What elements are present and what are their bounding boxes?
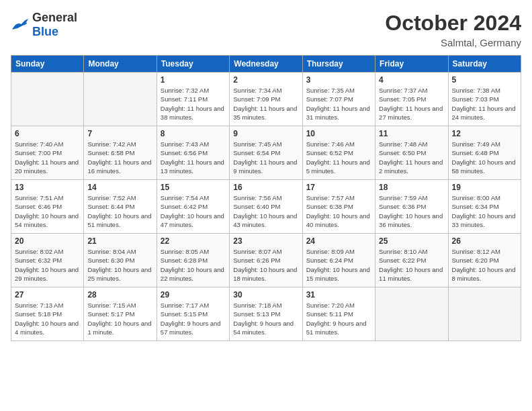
day-cell: 21Sunrise: 8:04 AMSunset: 6:30 PMDayligh… <box>84 234 157 287</box>
day-info: Sunrise: 7:51 AMSunset: 6:46 PMDaylight:… <box>15 193 80 229</box>
logo-text: General Blue <box>32 11 77 39</box>
day-info: Sunrise: 7:57 AMSunset: 6:38 PMDaylight:… <box>306 193 371 229</box>
day-number: 29 <box>161 290 226 300</box>
weekday-header-row: SundayMondayTuesdayWednesdayThursdayFrid… <box>11 56 521 73</box>
weekday-header-friday: Friday <box>375 56 448 73</box>
day-number: 18 <box>379 183 444 192</box>
day-cell: 17Sunrise: 7:57 AMSunset: 6:38 PMDayligh… <box>302 180 375 234</box>
day-cell: 19Sunrise: 8:00 AMSunset: 6:34 PMDayligh… <box>448 180 521 234</box>
day-cell: 2Sunrise: 7:34 AMSunset: 7:09 PMDaylight… <box>230 73 302 126</box>
day-cell: 26Sunrise: 8:12 AMSunset: 6:20 PMDayligh… <box>448 234 521 287</box>
weekday-header-saturday: Saturday <box>448 56 521 73</box>
day-cell: 16Sunrise: 7:56 AMSunset: 6:40 PMDayligh… <box>230 180 302 234</box>
day-cell <box>448 287 521 341</box>
week-row-2: 6Sunrise: 7:40 AMSunset: 7:00 PMDaylight… <box>11 126 521 180</box>
day-number: 3 <box>306 75 371 85</box>
day-info: Sunrise: 7:17 AMSunset: 5:15 PMDaylight:… <box>161 301 226 336</box>
day-number: 20 <box>15 236 80 246</box>
day-info: Sunrise: 7:49 AMSunset: 6:48 PMDaylight:… <box>452 140 517 175</box>
day-cell: 14Sunrise: 7:52 AMSunset: 6:44 PMDayligh… <box>84 180 157 234</box>
day-info: Sunrise: 7:59 AMSunset: 6:36 PMDaylight:… <box>379 193 444 229</box>
day-info: Sunrise: 7:43 AMSunset: 6:56 PMDaylight:… <box>161 140 226 175</box>
day-number: 26 <box>452 236 517 246</box>
day-cell: 29Sunrise: 7:17 AMSunset: 5:15 PMDayligh… <box>157 287 229 341</box>
day-info: Sunrise: 7:37 AMSunset: 7:05 PMDaylight:… <box>379 86 444 122</box>
day-number: 31 <box>306 290 371 300</box>
day-info: Sunrise: 7:52 AMSunset: 6:44 PMDaylight:… <box>87 193 152 229</box>
day-info: Sunrise: 7:13 AMSunset: 5:18 PMDaylight:… <box>15 301 80 336</box>
day-info: Sunrise: 8:07 AMSunset: 6:26 PMDaylight:… <box>233 247 298 283</box>
week-row-5: 27Sunrise: 7:13 AMSunset: 5:18 PMDayligh… <box>11 287 521 341</box>
day-info: Sunrise: 7:48 AMSunset: 6:50 PMDaylight:… <box>379 140 444 175</box>
day-info: Sunrise: 7:32 AMSunset: 7:11 PMDaylight:… <box>161 86 226 122</box>
day-number: 2 <box>233 75 298 85</box>
day-number: 22 <box>161 236 226 246</box>
logo-icon <box>11 17 30 32</box>
day-info: Sunrise: 7:20 AMSunset: 5:11 PMDaylight:… <box>306 301 371 336</box>
day-number: 25 <box>379 236 444 246</box>
location: Salmtal, Germany <box>385 37 521 48</box>
day-number: 19 <box>452 183 517 192</box>
day-number: 10 <box>306 129 371 138</box>
day-number: 21 <box>87 236 152 246</box>
day-number: 15 <box>161 183 226 192</box>
day-cell <box>84 73 157 126</box>
day-info: Sunrise: 7:42 AMSunset: 6:58 PMDaylight:… <box>87 140 152 175</box>
day-info: Sunrise: 7:15 AMSunset: 5:17 PMDaylight:… <box>87 301 152 336</box>
day-cell: 31Sunrise: 7:20 AMSunset: 5:11 PMDayligh… <box>302 287 375 341</box>
day-info: Sunrise: 8:05 AMSunset: 6:28 PMDaylight:… <box>161 247 226 283</box>
day-cell: 27Sunrise: 7:13 AMSunset: 5:18 PMDayligh… <box>11 287 84 341</box>
weekday-header-sunday: Sunday <box>11 56 84 73</box>
day-info: Sunrise: 8:04 AMSunset: 6:30 PMDaylight:… <box>87 247 152 283</box>
logo-blue: Blue <box>32 25 58 38</box>
weekday-header-wednesday: Wednesday <box>230 56 302 73</box>
day-cell: 3Sunrise: 7:35 AMSunset: 7:07 PMDaylight… <box>302 73 375 126</box>
day-info: Sunrise: 8:00 AMSunset: 6:34 PMDaylight:… <box>452 193 517 229</box>
day-info: Sunrise: 7:40 AMSunset: 7:00 PMDaylight:… <box>15 140 80 175</box>
weekday-header-tuesday: Tuesday <box>157 56 229 73</box>
day-info: Sunrise: 8:12 AMSunset: 6:20 PMDaylight:… <box>452 247 517 283</box>
title-block: October 2024 Salmtal, Germany <box>385 11 521 48</box>
day-info: Sunrise: 8:10 AMSunset: 6:22 PMDaylight:… <box>379 247 444 283</box>
day-number: 6 <box>15 129 80 138</box>
day-number: 11 <box>379 129 444 138</box>
day-cell: 5Sunrise: 7:38 AMSunset: 7:03 PMDaylight… <box>448 73 521 126</box>
day-number: 9 <box>233 129 298 138</box>
day-number: 17 <box>306 183 371 192</box>
day-number: 4 <box>379 75 444 85</box>
day-info: Sunrise: 7:35 AMSunset: 7:07 PMDaylight:… <box>306 86 371 122</box>
day-cell: 15Sunrise: 7:54 AMSunset: 6:42 PMDayligh… <box>157 180 229 234</box>
day-info: Sunrise: 7:56 AMSunset: 6:40 PMDaylight:… <box>233 193 298 229</box>
page-header: General Blue October 2024 Salmtal, Germa… <box>11 11 521 48</box>
day-cell <box>11 73 84 126</box>
day-cell: 13Sunrise: 7:51 AMSunset: 6:46 PMDayligh… <box>11 180 84 234</box>
day-cell <box>375 287 448 341</box>
day-number: 7 <box>87 129 152 138</box>
day-number: 28 <box>87 290 152 300</box>
day-info: Sunrise: 7:18 AMSunset: 5:13 PMDaylight:… <box>233 301 298 336</box>
day-cell: 7Sunrise: 7:42 AMSunset: 6:58 PMDaylight… <box>84 126 157 180</box>
day-cell: 30Sunrise: 7:18 AMSunset: 5:13 PMDayligh… <box>230 287 302 341</box>
month-title: October 2024 <box>385 11 521 36</box>
weekday-header-monday: Monday <box>84 56 157 73</box>
day-cell: 20Sunrise: 8:02 AMSunset: 6:32 PMDayligh… <box>11 234 84 287</box>
day-info: Sunrise: 7:45 AMSunset: 6:54 PMDaylight:… <box>233 140 298 175</box>
logo: General Blue <box>11 11 77 39</box>
day-cell: 24Sunrise: 8:09 AMSunset: 6:24 PMDayligh… <box>302 234 375 287</box>
day-info: Sunrise: 7:54 AMSunset: 6:42 PMDaylight:… <box>161 193 226 229</box>
day-number: 27 <box>15 290 80 300</box>
day-number: 23 <box>233 236 298 246</box>
day-cell: 12Sunrise: 7:49 AMSunset: 6:48 PMDayligh… <box>448 126 521 180</box>
day-cell: 23Sunrise: 8:07 AMSunset: 6:26 PMDayligh… <box>230 234 302 287</box>
day-cell: 10Sunrise: 7:46 AMSunset: 6:52 PMDayligh… <box>302 126 375 180</box>
day-number: 30 <box>233 290 298 300</box>
day-cell: 18Sunrise: 7:59 AMSunset: 6:36 PMDayligh… <box>375 180 448 234</box>
week-row-3: 13Sunrise: 7:51 AMSunset: 6:46 PMDayligh… <box>11 180 521 234</box>
day-number: 8 <box>161 129 226 138</box>
day-cell: 28Sunrise: 7:15 AMSunset: 5:17 PMDayligh… <box>84 287 157 341</box>
day-number: 12 <box>452 129 517 138</box>
day-number: 1 <box>161 75 226 85</box>
week-row-4: 20Sunrise: 8:02 AMSunset: 6:32 PMDayligh… <box>11 234 521 287</box>
day-cell: 9Sunrise: 7:45 AMSunset: 6:54 PMDaylight… <box>230 126 302 180</box>
week-row-1: 1Sunrise: 7:32 AMSunset: 7:11 PMDaylight… <box>11 73 521 126</box>
